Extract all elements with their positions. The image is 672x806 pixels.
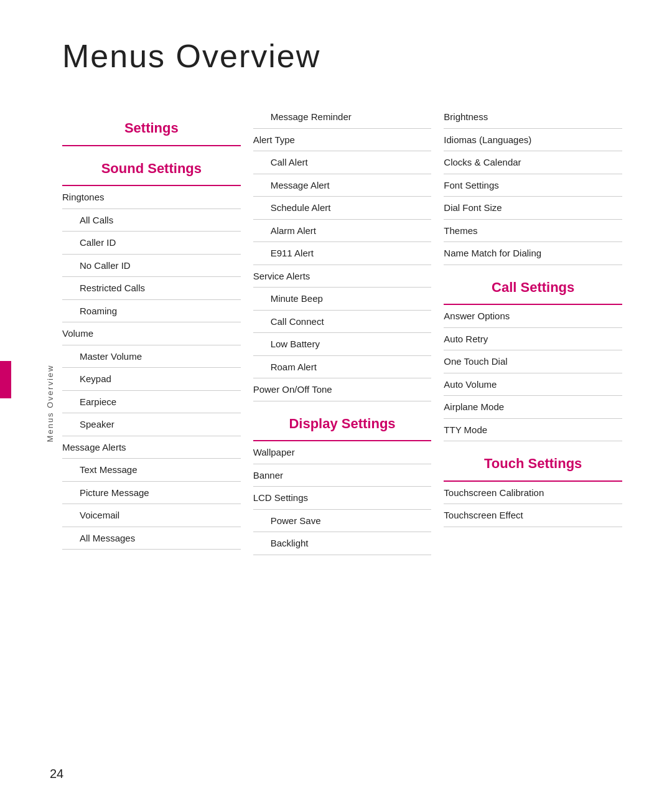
menu-item: Alarm Alert: [253, 220, 432, 243]
menu-item: Settings: [62, 112, 241, 146]
menu-item: TTY Mode: [444, 419, 622, 442]
menu-item: Minute Beep: [253, 288, 432, 311]
menu-item: LCD Settings: [253, 487, 432, 510]
menu-item: Backlight: [253, 532, 432, 555]
menu-item: Power Save: [253, 510, 432, 533]
menu-item: Call Connect: [253, 311, 432, 334]
menu-item: Call Alert: [253, 151, 432, 174]
menu-item: Message Reminder: [253, 106, 432, 129]
menu-item: Schedule Alert: [253, 197, 432, 220]
menu-item: Roaming: [62, 300, 241, 323]
menu-item: Touchscreen Effect: [444, 504, 622, 527]
menu-item: Display Settings: [253, 408, 432, 442]
menu-item: Low Battery: [253, 333, 432, 356]
page-number: 24: [50, 767, 63, 781]
menu-item: E911 Alert: [253, 242, 432, 265]
menu-item: Clocks & Calendar: [444, 151, 622, 174]
menu-item: Touch Settings: [444, 448, 622, 482]
menu-item: Master Volume: [62, 345, 241, 368]
menu-item: Auto Volume: [444, 373, 622, 396]
side-bar-decoration: [0, 361, 11, 398]
menu-item: No Caller ID: [62, 255, 241, 278]
menu-item: All Messages: [62, 527, 241, 550]
menu-item: Brightness: [444, 106, 622, 129]
menu-item: Service Alerts: [253, 265, 432, 288]
menu-item: Restricted Calls: [62, 277, 241, 300]
menu-item: Dial Font Size: [444, 197, 622, 220]
menu-item: Call Settings: [444, 271, 622, 306]
side-label: Menus Overview: [45, 364, 55, 442]
menu-item: Wallpaper: [253, 441, 432, 464]
menu-item: Roam Alert: [253, 356, 432, 379]
menu-item: Keypad: [62, 368, 241, 391]
menu-item: Ringtones: [62, 186, 241, 209]
column-3: BrightnessIdiomas (Languages)Clocks & Ca…: [444, 106, 622, 555]
menu-item: Picture Message: [62, 482, 241, 505]
menu-item: Text Message: [62, 459, 241, 482]
menu-item: Touchscreen Calibration: [444, 482, 622, 505]
column-2: Message ReminderAlert TypeCall AlertMess…: [253, 106, 444, 555]
menu-item: Auto Retry: [444, 328, 622, 351]
menu-item: Speaker: [62, 413, 241, 436]
menu-item: Power On/Off Tone: [253, 378, 432, 401]
menu-item: Alert Type: [253, 129, 432, 152]
menu-item: Earpiece: [62, 391, 241, 414]
menu-item: Message Alerts: [62, 436, 241, 459]
menu-item: Message Alert: [253, 174, 432, 197]
menu-item: Name Match for Dialing: [444, 242, 622, 265]
menu-item: Font Settings: [444, 174, 622, 197]
menu-item: Voicemail: [62, 504, 241, 527]
page-container: Menus Overview Menus Overview SettingsSo…: [0, 0, 672, 806]
menu-item: Answer Options: [444, 305, 622, 328]
page-title: Menus Overview: [62, 37, 622, 75]
content-area: SettingsSound SettingsRingtonesAll Calls…: [62, 106, 622, 555]
menu-item: Airplane Mode: [444, 396, 622, 419]
menu-item: Idiomas (Languages): [444, 129, 622, 152]
menu-item: One Touch Dial: [444, 350, 622, 373]
menu-item: Caller ID: [62, 232, 241, 255]
menu-item: All Calls: [62, 209, 241, 232]
menu-item: Volume: [62, 322, 241, 345]
column-1: SettingsSound SettingsRingtonesAll Calls…: [62, 106, 253, 555]
menu-item: Themes: [444, 220, 622, 243]
menu-item: Banner: [253, 464, 432, 487]
menu-item: Sound Settings: [62, 152, 241, 187]
